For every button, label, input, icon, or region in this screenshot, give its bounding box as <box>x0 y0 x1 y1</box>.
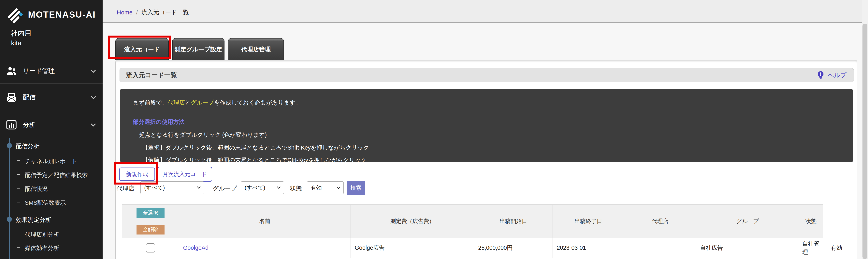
sidebar-item-label: チャネル別レポート <box>25 157 77 165</box>
sidebar-item-delivery-status[interactable]: − 配信状況 <box>17 185 48 193</box>
inflow-code-table: 全選択 全解除 名前 測定費（広告費） 出稿開始日 出稿終了日 代理店 グループ… <box>122 204 850 258</box>
agency-link[interactable]: 代理店 <box>168 99 185 106</box>
bullet-icon <box>7 143 12 148</box>
dash-icon: − <box>17 244 20 252</box>
name-cell: GoolgeAd <box>179 238 351 258</box>
sidebar: MOTENASU-AI 社内用 kita リード管理 配信 <box>0 0 102 259</box>
deselect-all-button[interactable]: 全解除 <box>136 225 164 234</box>
status-cell: 自社管理 <box>799 238 823 258</box>
info-text: まず前段で、 <box>133 99 168 106</box>
help-link[interactable]: ヘルプ <box>816 70 846 80</box>
info-box: まず前段で、代理店とグループを作成しておく必要があります。 部分選択の使用方法 … <box>120 89 852 163</box>
sidebar-item-label: 分析 <box>23 120 35 129</box>
sidebar-item-label: 配信状況 <box>25 185 48 193</box>
column-header-name: 名前 <box>179 205 351 238</box>
usage-line-3: 【解除】ダブルクリック後、範囲の末尾となるところでCtrl-Keyを押しながらク… <box>143 156 367 164</box>
search-button[interactable]: 検索 <box>347 181 365 195</box>
vertical-scrollbar-track[interactable] <box>862 0 868 259</box>
sidebar-item-media-efficiency[interactable]: − 媒体効率分析 <box>17 244 59 252</box>
help-label: ヘルプ <box>828 71 846 79</box>
logo-icon <box>5 5 24 24</box>
column-header-start-date: 出稿開始日 <box>474 205 553 238</box>
select-column-header: 全選択 全解除 <box>122 205 179 238</box>
agency-select[interactable]: (すべて) <box>141 181 204 194</box>
create-new-button[interactable]: 新規作成 <box>119 168 155 181</box>
info-text: と <box>185 99 191 106</box>
column-header-agency: 代理店 <box>624 205 696 238</box>
sidebar-item-label: 配信予定／配信結果検索 <box>25 171 88 179</box>
row-checkbox[interactable] <box>146 243 155 253</box>
dash-icon: − <box>17 157 20 165</box>
sidebar-item-label: 媒体効率分析 <box>25 244 59 252</box>
column-header-measurement-fee: 測定費（広告費） <box>351 205 474 238</box>
user-org: 社内用 <box>11 29 31 38</box>
table-row[interactable]: GoolgeAd Goolge広告 25,000,000円 2023-03-01… <box>122 238 850 258</box>
sidebar-item-channel-report[interactable]: − チャネル別レポート <box>17 157 77 165</box>
checkbox-cell <box>122 238 179 258</box>
chevron-down-icon <box>197 186 201 189</box>
usage-line-2: 【選択】ダブルクリック後、範囲の末尾となるところでShift-Keyを押しながら… <box>143 144 369 152</box>
usage-line-1: 起点となる行をダブルクリック (色が変わります) <box>139 131 267 139</box>
group-cell: 自社広告 <box>696 238 799 258</box>
sidebar-item-delivery-schedule-results[interactable]: − 配信予定／配信結果検索 <box>17 171 88 179</box>
sidebar-item-delivery-analysis[interactable]: 配信分析 <box>16 142 39 150</box>
panel-header: 流入元コード一覧 ヘルプ <box>120 68 854 82</box>
sidebar-item-lead-management[interactable]: リード管理 <box>0 59 102 84</box>
fee-cell: Goolge広告 <box>351 238 474 258</box>
chevron-down-icon <box>90 68 97 75</box>
partial-select-usage-title: 部分選択の使用方法 <box>133 118 185 126</box>
validity-cell: 有効 <box>823 238 850 258</box>
sidebar-item-label: SMS配信数表示 <box>25 199 66 207</box>
status-filter-label: 状態 <box>290 184 302 193</box>
tab-inflow-code[interactable]: 流入元コード <box>115 38 169 60</box>
monthly-inflow-code-button[interactable]: 月次流入元コード <box>157 167 212 182</box>
logo-text: MOTENASU-AI <box>28 10 96 20</box>
bullet-icon <box>7 217 12 222</box>
group-filter-label: グループ <box>213 184 237 193</box>
select-all-button[interactable]: 全選択 <box>136 208 164 218</box>
tab-measurement-group-settings[interactable]: 測定グループ設定 <box>172 38 224 60</box>
breadcrumb: Home / 流入元コード一覧 <box>117 8 189 17</box>
info-text: を作成しておく必要があります。 <box>214 99 301 106</box>
breadcrumb-separator: / <box>136 9 138 16</box>
chevron-down-icon <box>336 186 341 189</box>
breadcrumb-current: 流入元コード一覧 <box>141 8 189 17</box>
status-select[interactable]: 有効 <box>307 181 344 194</box>
tab-bar: 流入元コード 測定グループ設定 代理店管理 <box>115 38 284 60</box>
agency-select-value: (すべて) <box>144 184 165 192</box>
sidebar-item-label: 代理店別分析 <box>25 231 59 239</box>
vertical-scrollbar-thumb[interactable] <box>863 24 867 259</box>
group-select[interactable]: (すべて) <box>241 181 284 194</box>
sidebar-item-delivery[interactable]: 配信 <box>0 84 102 111</box>
dash-icon: − <box>17 231 20 239</box>
top-bar: Home / 流入元コード一覧 <box>102 0 868 23</box>
start-date-cell: 25,000,000円 <box>474 238 553 258</box>
status-select-value: 有効 <box>311 184 322 192</box>
group-select-value: (すべて) <box>245 184 265 192</box>
breadcrumb-home-link[interactable]: Home <box>117 9 132 16</box>
sidebar-item-label: リード管理 <box>23 67 55 76</box>
dash-icon: − <box>17 171 20 179</box>
column-header-status: 状態 <box>799 205 823 238</box>
row-name-link[interactable]: GoolgeAd <box>183 244 209 251</box>
group-link[interactable]: グループ <box>191 99 214 106</box>
app-logo: MOTENASU-AI <box>5 5 96 24</box>
chevron-down-icon <box>277 186 281 189</box>
page-title: 流入元コード一覧 <box>126 71 177 80</box>
dash-icon: − <box>17 185 20 193</box>
sidebar-item-effect-analysis[interactable]: 効果測定分析 <box>16 216 51 224</box>
sidebar-item-sms-count[interactable]: − SMS配信数表示 <box>17 199 66 207</box>
sidebar-item-analysis[interactable]: 分析 <box>0 111 102 138</box>
sidebar-item-label: 配信 <box>23 93 35 102</box>
mail-icon <box>6 92 17 103</box>
column-header-empty <box>823 205 850 238</box>
tab-agency-management[interactable]: 代理店管理 <box>228 38 284 60</box>
column-header-end-date: 出稿終了日 <box>553 205 624 238</box>
sidebar-item-agency-analysis[interactable]: − 代理店別分析 <box>17 231 59 239</box>
chevron-down-icon <box>90 121 97 128</box>
end-date-cell: 2023-03-01 <box>553 238 624 258</box>
table-header-row: 全選択 全解除 名前 測定費（広告費） 出稿開始日 出稿終了日 代理店 グループ… <box>122 205 850 238</box>
user-name: kita <box>11 39 22 47</box>
chevron-down-icon <box>90 94 97 101</box>
column-header-group: グループ <box>696 205 799 238</box>
